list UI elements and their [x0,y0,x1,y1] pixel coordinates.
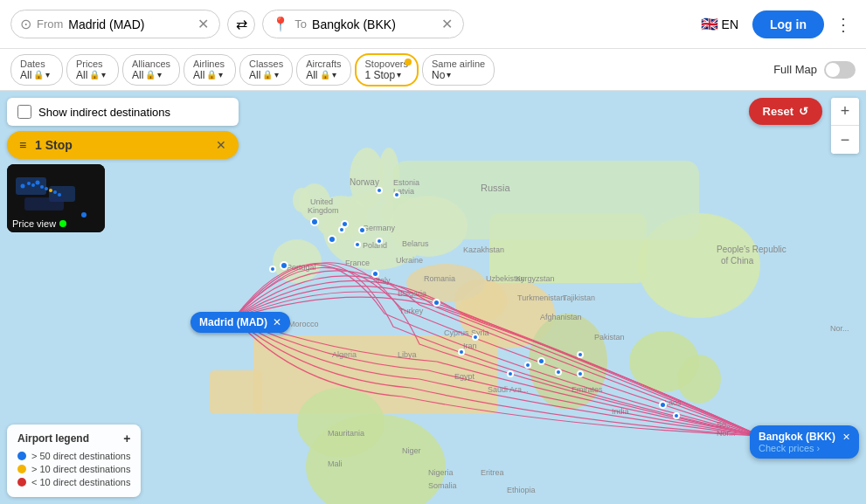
madrid-close-button[interactable]: ✕ [273,316,281,328]
reset-button[interactable]: Reset ↺ [749,98,822,125]
to-field[interactable]: 📍 To ✕ [262,10,464,38]
from-input[interactable] [68,17,191,31]
airport-dot-delhi[interactable] [577,351,584,358]
full-map-toggle[interactable] [824,61,856,79]
svg-point-76 [40,185,44,189]
airport-dot-helsinki[interactable] [393,191,400,198]
airport-dot-doha[interactable] [524,362,531,369]
svg-text:Algeria: Algeria [332,350,357,359]
location-icon: ⊙ [20,16,31,32]
svg-text:Belarus: Belarus [402,239,429,248]
airport-dot-rome[interactable] [371,270,379,278]
bangkok-marker[interactable]: Bangkok (BKK) ✕ Check prices › [750,425,859,459]
dates-filter[interactable]: Dates All 🔒 ▾ [10,54,63,86]
prices-filter[interactable]: Prices All 🔒 ▾ [66,54,119,86]
clear-to-button[interactable]: ✕ [440,16,454,32]
madrid-marker[interactable]: Madrid (MAD) ✕ [191,312,290,333]
alliances-value: All [132,69,143,81]
indirect-checkbox-input[interactable] [17,105,31,119]
zoom-out-button[interactable]: − [831,126,859,154]
stopovers-filter[interactable]: Stopovers 1 Stop ▾ [355,53,419,86]
prices-lock-icon: 🔒 [89,70,100,79]
airport-dot-vienna[interactable] [376,238,383,245]
to-input[interactable] [312,17,434,31]
svg-text:Bulgaria: Bulgaria [398,289,426,298]
svg-text:So...: So... [717,420,733,429]
airport-dot-frankfurt[interactable] [358,226,366,234]
map-container[interactable]: Russia Norway Estonia Latvia United King… [0,91,866,504]
airlines-chevron-icon: ▾ [218,70,223,79]
check-prices-link[interactable]: Check prices › [759,443,850,453]
svg-text:Mauritania: Mauritania [328,429,364,438]
stop-chip[interactable]: ≡ 1 Stop ✕ [7,131,239,159]
airport-dot-london[interactable] [310,217,319,226]
bangkok-close-button[interactable]: ✕ [842,432,850,443]
classes-lock-icon: 🔒 [262,70,273,79]
svg-point-81 [81,212,87,217]
svg-point-74 [31,183,35,187]
svg-text:Portugal: Portugal [287,263,316,272]
stop-chip-close-button[interactable]: ✕ [216,138,226,152]
svg-text:Afghanistan: Afghanistan [540,313,582,321]
svg-text:Germany: Germany [363,224,396,232]
pin-icon: 📍 [272,16,289,32]
stop-filter-icon: ≡ [19,138,26,152]
from-field[interactable]: ⊙ From ✕ [10,10,220,38]
airport-dot-cairo[interactable] [458,349,465,356]
more-options-button[interactable]: ⋮ [831,10,856,38]
aircrafts-filter[interactable]: Aircrafts All 🔒 ▾ [296,54,350,86]
airport-dot-paris[interactable] [328,235,336,244]
stopovers-label: Stopovers [365,59,409,69]
legend-small-label: < 10 direct destinations [31,477,130,487]
airport-dot-bangkok[interactable] [659,401,667,409]
airport-legend: Airport legend + > 50 direct destination… [7,425,141,497]
login-button[interactable]: Log in [752,10,824,38]
alliances-filter[interactable]: Alliances All 🔒 ▾ [122,54,180,86]
clear-from-button[interactable]: ✕ [196,16,211,32]
airport-dot-dubai[interactable] [537,357,545,365]
prices-value: All [76,69,87,81]
same-airline-chevron-icon: ▾ [447,70,451,79]
legend-large-label: > 50 direct destinations [31,451,130,461]
zoom-in-button[interactable]: + [831,98,859,126]
airport-dot-amman[interactable] [472,334,479,341]
svg-point-73 [27,182,31,185]
airport-dot-istanbul[interactable] [433,299,440,307]
swap-button[interactable]: ⇄ [227,10,255,38]
airport-dot-lisbon[interactable] [269,266,276,273]
same-airline-filter[interactable]: Same airline No ▾ [422,54,495,86]
legend-add-icon[interactable]: + [123,432,130,445]
classes-filter[interactable]: Classes All 🔒 ▾ [239,54,293,86]
legend-item-large: > 50 direct destinations [17,451,130,461]
classes-value: All [249,69,260,81]
airport-dot-kl[interactable] [673,412,680,419]
svg-rect-10 [210,370,262,414]
airport-dot-oman[interactable] [555,369,562,376]
svg-text:Nigeria: Nigeria [428,468,454,477]
svg-text:Nor...: Nor... [830,324,849,333]
svg-text:People's Republic: People's Republic [717,245,786,254]
airport-dot-riyadh[interactable] [507,370,514,377]
flag-icon: 🇬🇧 [701,16,718,32]
airport-dot-brussels[interactable] [338,226,345,233]
indirect-destinations-checkbox[interactable]: Show indirect destinations [7,98,239,126]
svg-text:Turkey: Turkey [399,307,424,315]
svg-text:Libya: Libya [398,350,417,359]
svg-rect-71 [24,197,64,211]
airport-dot-madrid[interactable] [280,261,288,270]
airport-dot-zurich[interactable] [354,241,361,248]
alliances-lock-icon: 🔒 [145,70,156,79]
airport-dot-mumbai[interactable] [577,370,584,377]
airlines-value: All [193,69,204,81]
airport-dot-stockholm[interactable] [376,187,383,194]
svg-text:Pakistan: Pakistan [594,333,625,342]
language-selector[interactable]: 🇬🇧 EN [694,12,745,36]
airlines-filter[interactable]: Airlines All 🔒 ▾ [184,54,236,86]
alliances-chevron-icon: ▾ [157,70,162,79]
stopovers-value: 1 Stop [365,69,396,81]
svg-text:Kingdom: Kingdom [308,206,339,215]
bangkok-title: Bangkok (BKK) [759,431,835,443]
legend-medium-label: > 10 direct destinations [31,464,130,474]
zoom-controls: + − [831,98,859,154]
price-view-box[interactable]: Price view [7,164,105,232]
